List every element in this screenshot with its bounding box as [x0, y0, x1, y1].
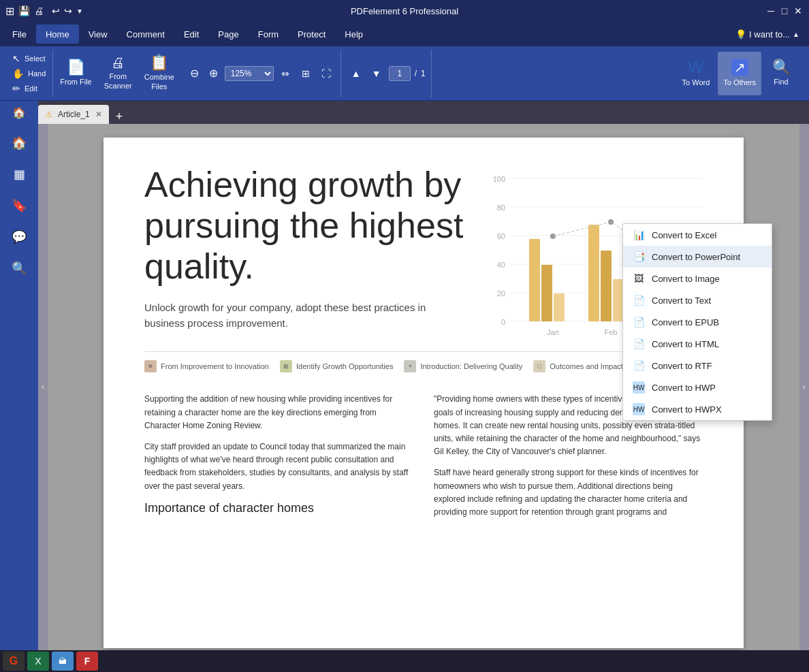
svg-text:80: 80	[497, 204, 505, 212]
zoom-select[interactable]: 125% 100% 150% 75%	[225, 66, 274, 81]
taskbar-excel-button[interactable]: X	[27, 652, 49, 671]
from-file-button[interactable]: 📄 From File	[54, 52, 97, 95]
menu-edit[interactable]: Edit	[174, 25, 208, 44]
edit-label: Edit	[25, 84, 37, 93]
main-area: 🏠 ▦ 🔖 💬 🔍 ‹ 100 80 60 40 20 0	[0, 124, 809, 650]
svg-rect-15	[529, 239, 540, 321]
taskbar-g-button[interactable]: G	[3, 652, 25, 671]
menu-page[interactable]: Page	[208, 25, 248, 44]
svg-text:60: 60	[497, 232, 505, 240]
menu-file[interactable]: File	[3, 25, 36, 44]
convert-to-image-item[interactable]: 🖼 Convert to Image	[623, 268, 772, 289]
convert-to-powerpoint-item[interactable]: 📑 Convert to PowerPoint	[623, 246, 772, 268]
undo-icon[interactable]: ↩	[52, 5, 60, 16]
to-others-button[interactable]: ↗ To Others	[718, 52, 761, 95]
convert-to-excel-label: Convert to Excel	[652, 230, 716, 240]
edit-tool-button[interactable]: ✏ Edit	[10, 82, 48, 95]
document-tab[interactable]: ⚠ Article_1 ✕	[38, 105, 109, 124]
page-navigation: ▲ ▼ / 1	[343, 50, 432, 97]
edit-cursor-icon: ✏	[12, 83, 20, 94]
toolbar: ↖ Select ✋ Hand ✏ Edit 📄 From File 🖨 Fro…	[0, 46, 809, 101]
redo-icon[interactable]: ↪	[64, 5, 72, 16]
sidebar-home-icon[interactable]: 🏠	[7, 131, 31, 155]
sidebar-bookmark-icon[interactable]: 🔖	[7, 193, 31, 218]
select-tool-button[interactable]: ↖ Select	[10, 52, 48, 65]
combine-files-icon: 📋	[150, 55, 168, 70]
section-tab-4: □ Outcomes and Impact	[533, 360, 623, 372]
cursor-tools-group: ↖ Select ✋ Hand ✏ Edit	[5, 50, 53, 97]
zoom-in-button[interactable]: ⊕	[206, 65, 222, 82]
full-screen-button[interactable]: ⛶	[317, 65, 335, 82]
print-icon[interactable]: 🖨	[34, 5, 44, 16]
taskbar-photo-button[interactable]: 🏔	[52, 652, 74, 671]
hand-tool-button[interactable]: ✋ Hand	[10, 67, 48, 80]
section-tab-label-1: From Improvement to Innovation	[161, 362, 269, 370]
menu-home[interactable]: Home	[36, 25, 79, 44]
title-bar: ⊞ 💾 🖨 ↩ ↪ ▼ PDFelement 6 Professional ─ …	[0, 0, 809, 22]
convert-to-hwpx-label: Convert to HWPX	[652, 404, 722, 415]
excel-icon: 📊	[633, 229, 645, 241]
epub-icon: 📄	[633, 316, 645, 328]
section-tab-1: ✕ From Improvement to Innovation	[144, 360, 269, 372]
convert-to-powerpoint-label: Convert to PowerPoint	[652, 252, 740, 262]
close-button[interactable]: ✕	[793, 5, 804, 16]
menu-comment[interactable]: Comment	[117, 25, 174, 44]
section-tab-label-3: Introduction: Delivering Quality	[420, 362, 522, 370]
menu-help[interactable]: Help	[335, 25, 372, 44]
save-icon[interactable]: 💾	[18, 5, 30, 16]
convert-to-hwpx-item[interactable]: HW Convert to HWPX	[623, 398, 772, 420]
next-page-button[interactable]: ▼	[368, 65, 385, 82]
document-area[interactable]: 100 80 60 40 20 0 Jan Feb Mar	[48, 124, 799, 650]
prev-page-button[interactable]: ▲	[348, 65, 364, 82]
sidebar-thumbnail-icon[interactable]: ▦	[7, 162, 31, 187]
sidebar-search-icon[interactable]: 🔍	[7, 256, 31, 281]
minimize-button[interactable]: ─	[765, 5, 776, 16]
to-word-icon: W	[688, 59, 704, 76]
col1-para1: Supporting the addition of new housing w…	[144, 393, 413, 432]
convert-to-text-item[interactable]: 📄 Convert to Text	[623, 289, 772, 311]
i-want-to-button[interactable]: 💡 I want to... ▲	[729, 27, 806, 42]
collapse-left-handle[interactable]: ‹	[38, 124, 48, 650]
maximize-button[interactable]: □	[779, 5, 790, 16]
menu-view[interactable]: View	[79, 25, 117, 44]
collapse-right-handle[interactable]: ›	[799, 124, 809, 650]
from-file-icon: 📄	[67, 60, 85, 75]
section-tab-label-4: Outcomes and Impact	[550, 362, 623, 370]
more-icon[interactable]: ▼	[76, 7, 83, 15]
i-want-to-label: I want to...	[749, 29, 790, 39]
fit-page-button[interactable]: ⊞	[297, 65, 315, 82]
menu-form[interactable]: Form	[249, 25, 288, 44]
zoom-out-button[interactable]: ⊖	[187, 65, 203, 82]
convert-to-html-item[interactable]: 📄 Convert to HTML	[623, 333, 772, 355]
zoom-controls: ⊖ ⊕ 125% 100% 150% 75% ⇔ ⊞ ⛶	[181, 50, 341, 97]
col1-heading: Importance of character homes	[144, 501, 413, 515]
tab-close-icon[interactable]: ✕	[95, 110, 102, 119]
to-word-button[interactable]: W To Word	[677, 52, 716, 95]
convert-to-text-label: Convert to Text	[652, 295, 711, 306]
from-scanner-icon: 🖨	[111, 56, 125, 69]
tab-add-button[interactable]: +	[112, 110, 127, 124]
convert-to-excel-item[interactable]: 📊 Convert to Excel	[623, 224, 772, 246]
combine-files-label: CombineFiles	[144, 73, 174, 91]
sidebar-comment-icon[interactable]: 💬	[7, 225, 31, 249]
window-controls[interactable]: ─ □ ✕	[765, 5, 804, 16]
convert-to-epub-item[interactable]: 📄 Convert to EPUB	[623, 311, 772, 333]
svg-rect-20	[601, 251, 612, 321]
find-button[interactable]: 🔍 Find	[764, 52, 798, 95]
convert-to-rtf-item[interactable]: 📄 Convert to RTF	[623, 355, 772, 377]
menu-protect[interactable]: Protect	[288, 25, 335, 44]
taskbar-pdf-button[interactable]: F	[76, 652, 98, 671]
from-scanner-label: FromScanner	[104, 72, 132, 90]
convert-to-hwp-item[interactable]: HW Convert to HWP	[623, 377, 772, 398]
fit-width-button[interactable]: ⇔	[276, 65, 294, 82]
col2-para2: Staff have heard generally strong suppor…	[434, 466, 703, 519]
home-tab-icon[interactable]: 🏠	[0, 101, 38, 124]
convert-dropdown-menu: 📊 Convert to Excel 📑 Convert to PowerPoi…	[622, 223, 772, 421]
app-title: PDFelement 6 Professional	[351, 6, 458, 16]
svg-rect-19	[588, 225, 599, 321]
title-bar-left: ⊞ 💾 🖨 ↩ ↪ ▼	[5, 5, 83, 18]
combine-files-button[interactable]: 📋 CombineFiles	[139, 52, 180, 95]
from-scanner-button[interactable]: 🖨 FromScanner	[99, 52, 138, 95]
svg-rect-17	[554, 293, 565, 321]
page-number-input[interactable]	[389, 66, 411, 81]
